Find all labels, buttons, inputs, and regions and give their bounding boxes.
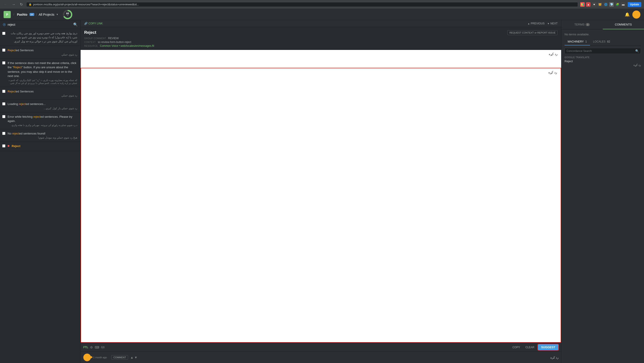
sidebar: ⦿ 🔍 ذرئ يوازئ هغه وخت چي حجم دومره لور و… (0, 20, 80, 363)
meta-group-comment: GROUP COMMENT REVIEW (84, 37, 558, 40)
reload-button[interactable]: ↻ (19, 2, 24, 7)
secondary-tabs: MACHINERY 1 LOCALES 82 (564, 38, 641, 46)
original-text: رد کړه (549, 52, 558, 56)
list-item[interactable]: Rejected Sentences رد شوي جملي (0, 87, 80, 100)
list-item[interactable]: Rejected Sentences رد شوي جملي (0, 46, 80, 59)
copy-link-btn[interactable]: 🔗 COPY LINK (84, 22, 103, 25)
list-item[interactable]: Error while fetching rejected sentences.… (0, 112, 80, 129)
item-title: If the sentence does not meet the above … (8, 61, 77, 78)
ext-icon-7: 🧩 (615, 2, 620, 7)
item-checkbox[interactable] (2, 102, 5, 110)
suggest-button[interactable]: SUGGEST (538, 344, 558, 350)
next-button[interactable]: ▼ NEXT (547, 22, 558, 25)
concordance-search-icon[interactable]: 🔍 (635, 49, 639, 53)
highlight-text: Reject (12, 144, 20, 148)
highlight-text: Reject (14, 65, 22, 69)
item-title: ذرئ يوازئ هغه وخت چي حجم دومره لور وي چي… (8, 31, 77, 43)
item-checkbox[interactable] (2, 90, 5, 97)
comment-up-button[interactable]: ▲ (130, 356, 134, 359)
highlight-text: Reject (8, 48, 16, 52)
item-content: ذرئ يوازئ هغه وخت چي حجم دومره لور وي چي… (8, 31, 77, 43)
item-subtitle: رد شوي جملي بار کول کيزي... (8, 107, 77, 110)
item-title: No rejected sentences found! (8, 131, 77, 136)
item-checkbox[interactable] (2, 115, 5, 127)
concordance-input[interactable] (566, 49, 635, 53)
request-context-button[interactable]: REQUEST CONTEXT or REPORT ISSUE (508, 30, 558, 35)
resource-value[interactable]: Common Voice • web/locales/en/messages.f… (100, 44, 154, 47)
google-translate-result: Reject (564, 59, 641, 63)
tab-locales[interactable]: LOCALES 82 (590, 38, 613, 45)
url-text: pontoon.mozilla.org/ps/all-projects/all-… (33, 3, 139, 6)
toolbar-nav: ▲ PREVIOUS ▼ NEXT (528, 22, 558, 25)
project-label: All Projects (39, 13, 54, 16)
breadcrumb: Pashto ps / All Projects ▼ (17, 13, 58, 16)
item-checkbox[interactable] (2, 144, 5, 148)
browser-extensions: 🔰 ▲ ♥ 🐱 🌐 💎 🧩 ▬ (580, 2, 626, 7)
gear-icon[interactable]: ⚙ (90, 346, 93, 349)
user-avatar[interactable] (632, 10, 640, 18)
footer-actions: COPY CLEAR SUGGEST (510, 344, 558, 350)
keyboard-icon[interactable]: ⌨ (95, 346, 99, 349)
item-checkbox[interactable] (2, 132, 5, 139)
notification-bell-icon[interactable]: 🔔 (625, 12, 630, 17)
list-item[interactable]: No rejected sentences found! هيڅ رد شوي … (0, 129, 80, 142)
filter-icon: ⦿ (3, 23, 6, 26)
previous-button[interactable]: ▲ PREVIOUS (528, 22, 544, 25)
string-title: Reject (84, 30, 96, 35)
lang-code-badge: ps (30, 13, 34, 16)
copy-button[interactable]: COPY (510, 345, 522, 350)
item-content: Reject (12, 144, 77, 148)
item-checkbox[interactable] (2, 32, 5, 43)
highlight-text: reject (19, 102, 26, 106)
char-count: 6|6 (101, 346, 104, 349)
tab-terms[interactable]: TERMS 0 (561, 20, 603, 29)
right-panel-content: No terms available. MACHINERY 1 LOCALES … (561, 29, 644, 363)
comment-down-button[interactable]: ▼ (134, 356, 138, 359)
header-right: 🔔 (625, 10, 640, 18)
translation-input-area[interactable]: رد کړه (80, 68, 561, 343)
translation-area: رد کړه رد کړه (80, 50, 561, 343)
highlight-text: Reject (8, 90, 16, 93)
google-translate-label: GOOGLE TRANSLATE (564, 56, 641, 59)
list-item[interactable]: If the sentence does not meet the above … (0, 59, 80, 87)
progress-inner: 68 % (64, 11, 71, 18)
item-subtitle: د رد شويو جملو په راوړلو کي تپروتنه. مهر… (8, 124, 77, 127)
list-item[interactable]: Reject (0, 142, 80, 151)
status-dot-rejected (8, 145, 10, 147)
project-dropdown-icon[interactable]: ▼ (56, 13, 58, 16)
search-icon[interactable]: 🔍 (73, 22, 78, 27)
resource-label: RESOURCE (84, 45, 98, 47)
comment-button[interactable]: COMMENT (111, 355, 128, 360)
list-item[interactable]: Loading rejected sentences... رد شوي جمل… (0, 100, 80, 112)
main-layout: ⦿ 🔍 ذرئ يوازئ هغه وخت چي حجم دومره لور و… (0, 20, 644, 363)
address-bar[interactable]: 🔒 pontoon.mozilla.org/ps/all-projects/al… (26, 2, 578, 7)
comments-tab-label: COMMENTS (615, 23, 632, 26)
translation-textarea[interactable]: رد کړه (81, 68, 561, 342)
forward-button[interactable]: → (11, 2, 16, 7)
concordance-search[interactable]: 🔍 (564, 48, 641, 54)
terms-tab-label: TERMS (574, 23, 585, 26)
browser-chrome: ← → ↻ 🔒 pontoon.mozilla.org/ps/all-proje… (0, 0, 644, 9)
update-button[interactable]: Update (628, 2, 641, 7)
terms-badge: 0 (586, 23, 590, 26)
tab-machinery[interactable]: MACHINERY 1 (564, 38, 590, 45)
down-arrow-icon: ▼ (547, 22, 550, 25)
google-translate-rtl: رد کړه (564, 63, 641, 66)
back-button[interactable]: ← (3, 2, 8, 7)
meta-resource: RESOURCE Common Voice • web/locales/en/m… (84, 44, 558, 47)
lock-icon: 🔒 (29, 3, 32, 6)
link-icon: 🔗 (84, 22, 88, 25)
item-checkbox[interactable] (2, 48, 5, 56)
search-input[interactable] (8, 23, 72, 26)
clear-button[interactable]: CLEAR (524, 345, 536, 350)
right-panel-tabs: TERMS 0 COMMENTS (561, 20, 644, 29)
item-title: Rejected Sentences (8, 89, 77, 94)
item-title: Error while fetching rejected sentences.… (8, 115, 77, 123)
locales-label: LOCALES (593, 40, 606, 43)
item-content: Loading rejected sentences... رد شوي جمل… (8, 102, 77, 110)
tab-comments[interactable]: COMMENTS (603, 20, 644, 29)
item-checkbox[interactable] (2, 61, 5, 85)
list-item[interactable]: ذرئ يوازئ هغه وخت چي حجم دومره لور وي چي… (0, 29, 80, 46)
item-content: No rejected sentences found! هيڅ رد شوي … (8, 131, 77, 139)
item-content: If the sentence does not meet the above … (8, 61, 77, 85)
